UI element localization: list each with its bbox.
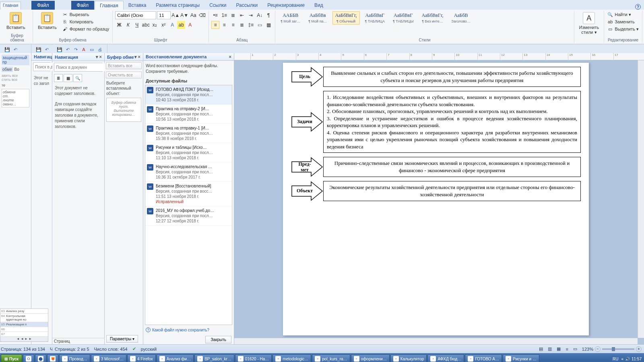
- clip-clear-all[interactable]: Очистить все: [106, 72, 142, 78]
- rec-item-1[interactable]: WПрактика на отправку-2 [И…Версия, созда…: [145, 105, 232, 124]
- qat-undo2-icon[interactable]: ↶: [43, 46, 50, 53]
- strike-button[interactable]: abc: [142, 21, 150, 29]
- change-case-button[interactable]: Aa: [189, 11, 197, 19]
- bullets-button[interactable]: •≡: [211, 11, 219, 19]
- taskbar-item-8[interactable]: ▫оформлени…: [351, 354, 390, 362]
- multilevel-button[interactable]: ≣: [229, 11, 237, 19]
- outdent-button[interactable]: ⇤: [238, 11, 246, 19]
- qat-redo-icon[interactable]: ↷: [72, 46, 79, 53]
- paste-button-left[interactable]: 📋Вставить: [4, 11, 28, 31]
- taskbar-item-12[interactable]: ▫Рисунки и …: [503, 354, 539, 362]
- underline-button[interactable]: Ч: [133, 21, 141, 29]
- rec-close-button[interactable]: Закрыть: [205, 336, 231, 343]
- font-color-button[interactable]: A: [186, 21, 194, 29]
- system-tray[interactable]: RU «🔊 11:57: [610, 356, 643, 362]
- help-icon[interactable]: ?: [635, 4, 641, 10]
- nav-search-input[interactable]: [54, 63, 109, 71]
- nav-view-pages[interactable]: ▦: [64, 74, 72, 82]
- font-family-select[interactable]: Calibri (Осно: [115, 11, 156, 19]
- rec-item-2[interactable]: WПрактика на отправку-1 [И…Версия, созда…: [145, 124, 232, 143]
- change-styles-button[interactable]: AИзменить стили ▾: [577, 11, 602, 36]
- tab-view[interactable]: Вид: [310, 1, 328, 10]
- view-draft-icon[interactable]: ▭: [573, 346, 577, 352]
- start-button[interactable]: ⊞Пуск: [1, 354, 22, 362]
- tab-layout[interactable]: Разметка страницы: [151, 1, 204, 10]
- qat-font-color-icon[interactable]: A: [80, 46, 87, 53]
- sort-button[interactable]: A↓: [256, 11, 264, 19]
- style-1[interactable]: АаБбВв¶ Мой па…: [305, 11, 330, 25]
- taskbar-quicklaunch[interactable]: O: [23, 354, 34, 362]
- qat-save3-icon[interactable]: 💾: [56, 46, 63, 53]
- rec-which-link[interactable]: ?Какой файл нужно сохранить?: [143, 325, 234, 335]
- format-painter-button[interactable]: 🖌Формат по образцу: [62, 26, 110, 32]
- rec-item-4[interactable]: WНаучно-исследовательская …Версия, созда…: [145, 162, 232, 182]
- taskbar-item-2[interactable]: ▫4 Firefox: [127, 354, 156, 362]
- tab-review[interactable]: Рецензирование: [262, 1, 310, 10]
- rec-close-icon[interactable]: ×: [229, 54, 231, 59]
- style-2[interactable]: АаБбВвГг,¶ Обычный: [332, 11, 360, 25]
- cut-button[interactable]: ✂Вырезать: [62, 11, 110, 18]
- zoom-slider[interactable]: [602, 348, 634, 350]
- shading-button[interactable]: ▭: [256, 21, 264, 29]
- zoom-in-button[interactable]: +: [636, 346, 642, 352]
- taskbar-item-5[interactable]: ▫01620 - На…: [235, 354, 272, 362]
- nav-search[interactable]: 🔍: [54, 63, 103, 72]
- text-effects-button[interactable]: A: [168, 21, 176, 29]
- tab-insert[interactable]: Вставка: [124, 1, 151, 10]
- taskbar-item-0[interactable]: ▫Провод…: [59, 354, 90, 362]
- view-outline-icon[interactable]: ≡: [566, 347, 568, 352]
- qat-shading-icon[interactable]: ▭: [89, 46, 95, 53]
- taskbar-item-11[interactable]: ▫ГОТОВО А…: [465, 354, 502, 362]
- page[interactable]: Цель Выявление сильных и слабых сторон е…: [283, 63, 589, 335]
- nav-close-icon[interactable]: ▾ ×: [96, 54, 102, 60]
- taskbar-item-9[interactable]: ▫Калькулятор: [390, 354, 427, 362]
- document-scroll[interactable]: Цель Выявление сильных и слабых сторон е…: [234, 60, 638, 338]
- style-5[interactable]: АаБбВвГг,¶ Без инте…: [419, 11, 446, 25]
- nav-view-results[interactable]: 🔍: [73, 74, 82, 82]
- highlight-button[interactable]: ab: [177, 21, 185, 29]
- nav-search-frag[interactable]: [33, 62, 50, 71]
- taskbar-item-7[interactable]: ▫pol_kurs_ra…: [312, 354, 350, 362]
- nav-view-headings[interactable]: ≣: [54, 74, 63, 82]
- replace-button[interactable]: abЗаменить: [607, 19, 640, 25]
- bold-button[interactable]: Ж: [115, 21, 123, 29]
- style-4[interactable]: АаБбВвГ¶ ТАБЛИЦЫ: [390, 11, 416, 25]
- status-spellcheck-icon[interactable]: ✔: [132, 346, 136, 352]
- rec-item-3[interactable]: WРисунки и таблицы [Исхо…Версия, созданн…: [145, 143, 232, 162]
- justify-button[interactable]: ≣: [238, 21, 246, 29]
- find-button[interactable]: 🔍Найти ▾: [607, 11, 640, 18]
- style-6[interactable]: АаБбВЗаголово…: [449, 11, 473, 25]
- line-spacing-button[interactable]: ‡≡: [247, 21, 255, 29]
- qat-undo-icon[interactable]: ↶: [12, 46, 19, 53]
- clip-close-icon[interactable]: ▾ ×: [134, 54, 140, 60]
- clip-insert-all[interactable]: Вставить все: [106, 62, 142, 69]
- copy-button[interactable]: ⎘Копировать: [62, 19, 110, 25]
- view-print-icon[interactable]: ▤: [539, 346, 543, 352]
- taskbar-item-6[interactable]: ▫metodologic…: [272, 354, 311, 362]
- show-marks-button[interactable]: ¶: [264, 11, 272, 19]
- qat-undo3-icon[interactable]: ↶: [64, 46, 71, 53]
- align-left-button[interactable]: ≡: [211, 21, 219, 29]
- tab-main[interactable]: Главная: [95, 1, 124, 10]
- superscript-button[interactable]: x²: [159, 21, 167, 29]
- vertical-scrollbar[interactable]: [638, 60, 644, 338]
- select-button[interactable]: ▭Выделить ▾: [607, 26, 640, 32]
- style-0[interactable]: ААББВ¶ Мой заг…: [278, 11, 303, 25]
- rec-item-0[interactable]: WГОТОВО АФХД ПЭКТ [Исход…Версия, созданн…: [145, 85, 232, 105]
- font-size-select[interactable]: 11: [157, 11, 171, 19]
- status-page[interactable]: Страница: 2 из 5: [55, 347, 89, 352]
- clip-params-button[interactable]: Параметры ▾: [106, 335, 138, 343]
- taskbar-item-10[interactable]: ▫АФХД бюд…: [427, 354, 464, 362]
- file-tab-2[interactable]: Файл: [71, 1, 95, 10]
- taskbar-item-4[interactable]: ▫BP_salon_kr…: [194, 354, 234, 362]
- clock[interactable]: 11:57: [632, 357, 642, 361]
- file-tab[interactable]: Файл: [31, 1, 55, 10]
- zoom-value[interactable]: 123%: [582, 347, 593, 352]
- taskbar-item-3[interactable]: ▫Анализ фи…: [157, 354, 194, 362]
- grow-font-button[interactable]: A▲: [171, 11, 180, 19]
- status-words[interactable]: Число слов: 454: [94, 347, 128, 352]
- style-3[interactable]: АаБбВвГ¶ ТАБЛИЦА: [362, 11, 388, 25]
- status-lang[interactable]: русский: [141, 347, 157, 352]
- qat-print-icon[interactable]: 🖨: [97, 46, 103, 53]
- paste-button[interactable]: 📋Вставить: [35, 11, 59, 31]
